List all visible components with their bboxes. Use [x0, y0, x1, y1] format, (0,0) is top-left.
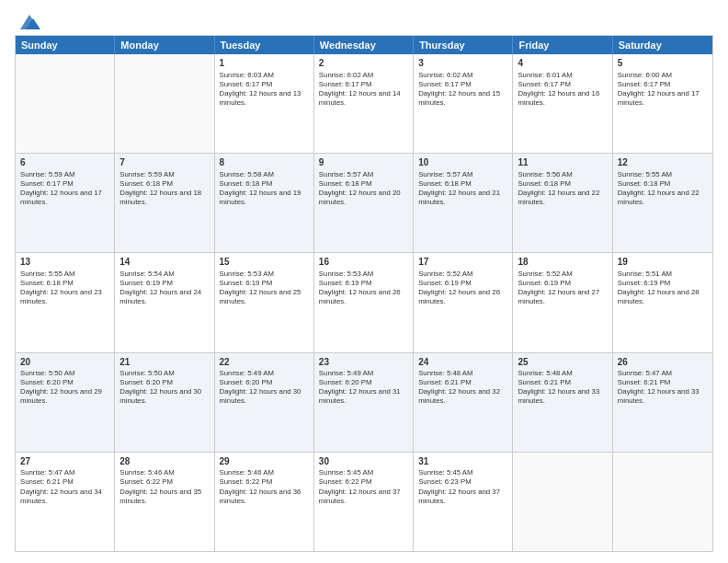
day-info: Sunrise: 6:03 AM Sunset: 6:17 PM Dayligh… — [220, 71, 309, 109]
day-number: 4 — [518, 57, 607, 70]
day-number: 21 — [119, 356, 209, 369]
calendar-cell: 16Sunrise: 5:53 AM Sunset: 6:19 PM Dayli… — [314, 253, 414, 351]
day-number: 20 — [20, 356, 109, 369]
calendar-cell: 11Sunrise: 5:56 AM Sunset: 6:18 PM Dayli… — [513, 154, 612, 252]
calendar-cell: 6Sunrise: 5:59 AM Sunset: 6:17 PM Daylig… — [16, 154, 115, 252]
day-info: Sunrise: 5:53 AM Sunset: 6:19 PM Dayligh… — [220, 270, 309, 307]
day-info: Sunrise: 6:01 AM Sunset: 6:17 PM Dayligh… — [518, 71, 607, 109]
day-info: Sunrise: 5:58 AM Sunset: 6:18 PM Dayligh… — [220, 170, 309, 208]
header-cell-sunday: Sunday — [16, 36, 115, 54]
calendar-cell: 22Sunrise: 5:49 AM Sunset: 6:20 PM Dayli… — [215, 353, 314, 452]
day-info: Sunrise: 5:54 AM Sunset: 6:19 PM Dayligh… — [119, 270, 209, 307]
day-number: 16 — [319, 256, 408, 269]
calendar-cell: 26Sunrise: 5:47 AM Sunset: 6:21 PM Dayli… — [613, 353, 712, 452]
calendar-cell: 21Sunrise: 5:50 AM Sunset: 6:20 PM Dayli… — [115, 353, 214, 452]
day-number: 24 — [418, 356, 507, 369]
day-number: 17 — [418, 256, 507, 269]
day-info: Sunrise: 6:02 AM Sunset: 6:17 PM Dayligh… — [418, 71, 507, 109]
calendar-header: SundayMondayTuesdayWednesdayThursdayFrid… — [16, 36, 712, 54]
logo — [15, 11, 40, 28]
day-number: 27 — [20, 455, 109, 468]
day-number: 26 — [618, 356, 708, 369]
day-info: Sunrise: 5:55 AM Sunset: 6:18 PM Dayligh… — [618, 170, 708, 208]
calendar-cell: 19Sunrise: 5:51 AM Sunset: 6:19 PM Dayli… — [613, 253, 712, 351]
day-number: 2 — [319, 57, 408, 70]
day-info: Sunrise: 5:53 AM Sunset: 6:19 PM Dayligh… — [319, 270, 408, 307]
calendar-cell: 30Sunrise: 5:45 AM Sunset: 6:22 PM Dayli… — [314, 453, 414, 551]
day-info: Sunrise: 5:52 AM Sunset: 6:19 PM Dayligh… — [518, 270, 607, 307]
day-info: Sunrise: 5:49 AM Sunset: 6:20 PM Dayligh… — [220, 369, 309, 407]
calendar-cell: 18Sunrise: 5:52 AM Sunset: 6:19 PM Dayli… — [513, 253, 612, 351]
header-cell-thursday: Thursday — [414, 36, 513, 54]
header-cell-tuesday: Tuesday — [215, 36, 314, 54]
day-number: 25 — [518, 356, 607, 369]
calendar-cell: 3Sunrise: 6:02 AM Sunset: 6:17 PM Daylig… — [414, 54, 513, 153]
day-info: Sunrise: 5:45 AM Sunset: 6:22 PM Dayligh… — [319, 468, 408, 506]
day-info: Sunrise: 5:48 AM Sunset: 6:21 PM Dayligh… — [418, 369, 507, 407]
calendar-cell: 1Sunrise: 6:03 AM Sunset: 6:17 PM Daylig… — [215, 54, 314, 153]
day-number: 9 — [319, 156, 408, 169]
day-number: 14 — [119, 256, 209, 269]
day-info: Sunrise: 5:59 AM Sunset: 6:18 PM Dayligh… — [119, 170, 209, 208]
calendar-cell: 24Sunrise: 5:48 AM Sunset: 6:21 PM Dayli… — [414, 353, 513, 452]
header-cell-friday: Friday — [513, 36, 612, 54]
day-info: Sunrise: 5:50 AM Sunset: 6:20 PM Dayligh… — [20, 369, 109, 407]
calendar-cell: 2Sunrise: 6:02 AM Sunset: 6:17 PM Daylig… — [314, 54, 414, 153]
logo-icon — [17, 11, 40, 31]
header-cell-saturday: Saturday — [613, 36, 712, 54]
day-info: Sunrise: 5:47 AM Sunset: 6:21 PM Dayligh… — [618, 369, 708, 407]
page: SundayMondayTuesdayWednesdayThursdayFrid… — [0, 0, 728, 563]
day-info: Sunrise: 6:02 AM Sunset: 6:17 PM Dayligh… — [319, 71, 408, 109]
day-info: Sunrise: 5:45 AM Sunset: 6:23 PM Dayligh… — [418, 468, 507, 506]
calendar: SundayMondayTuesdayWednesdayThursdayFrid… — [15, 35, 713, 552]
day-info: Sunrise: 5:55 AM Sunset: 6:18 PM Dayligh… — [20, 270, 109, 307]
day-info: Sunrise: 6:00 AM Sunset: 6:17 PM Dayligh… — [618, 71, 708, 109]
day-info: Sunrise: 5:57 AM Sunset: 6:18 PM Dayligh… — [418, 170, 507, 208]
calendar-cell: 10Sunrise: 5:57 AM Sunset: 6:18 PM Dayli… — [414, 154, 513, 252]
calendar-cell: 12Sunrise: 5:55 AM Sunset: 6:18 PM Dayli… — [613, 154, 712, 252]
day-number: 11 — [518, 156, 607, 169]
calendar-cell — [613, 453, 712, 551]
calendar-cell: 7Sunrise: 5:59 AM Sunset: 6:18 PM Daylig… — [115, 154, 214, 252]
calendar-cell: 4Sunrise: 6:01 AM Sunset: 6:17 PM Daylig… — [513, 54, 612, 153]
calendar-cell: 31Sunrise: 5:45 AM Sunset: 6:23 PM Dayli… — [414, 453, 513, 551]
day-info: Sunrise: 5:52 AM Sunset: 6:19 PM Dayligh… — [418, 270, 507, 307]
calendar-cell: 28Sunrise: 5:46 AM Sunset: 6:22 PM Dayli… — [115, 453, 214, 551]
calendar-cell: 25Sunrise: 5:48 AM Sunset: 6:21 PM Dayli… — [513, 353, 612, 452]
calendar-row: 20Sunrise: 5:50 AM Sunset: 6:20 PM Dayli… — [16, 352, 712, 452]
calendar-cell — [513, 453, 612, 551]
calendar-cell: 20Sunrise: 5:50 AM Sunset: 6:20 PM Dayli… — [16, 353, 115, 452]
calendar-cell: 13Sunrise: 5:55 AM Sunset: 6:18 PM Dayli… — [16, 253, 115, 351]
day-number: 8 — [220, 156, 309, 169]
day-info: Sunrise: 5:50 AM Sunset: 6:20 PM Dayligh… — [119, 369, 209, 407]
day-number: 13 — [20, 256, 109, 269]
day-info: Sunrise: 5:51 AM Sunset: 6:19 PM Dayligh… — [618, 270, 708, 307]
day-number: 28 — [119, 455, 209, 468]
calendar-row: 1Sunrise: 6:03 AM Sunset: 6:17 PM Daylig… — [16, 54, 712, 153]
calendar-cell: 29Sunrise: 5:46 AM Sunset: 6:22 PM Dayli… — [215, 453, 314, 551]
calendar-cell — [115, 54, 214, 153]
header-cell-monday: Monday — [115, 36, 214, 54]
calendar-cell — [16, 54, 115, 153]
header-cell-wednesday: Wednesday — [314, 36, 414, 54]
calendar-cell: 15Sunrise: 5:53 AM Sunset: 6:19 PM Dayli… — [215, 253, 314, 351]
calendar-cell: 8Sunrise: 5:58 AM Sunset: 6:18 PM Daylig… — [215, 154, 314, 252]
day-number: 12 — [618, 156, 708, 169]
calendar-cell: 14Sunrise: 5:54 AM Sunset: 6:19 PM Dayli… — [115, 253, 214, 351]
day-number: 22 — [220, 356, 309, 369]
calendar-cell: 5Sunrise: 6:00 AM Sunset: 6:17 PM Daylig… — [613, 54, 712, 153]
calendar-cell: 17Sunrise: 5:52 AM Sunset: 6:19 PM Dayli… — [414, 253, 513, 351]
calendar-row: 13Sunrise: 5:55 AM Sunset: 6:18 PM Dayli… — [16, 252, 712, 351]
day-number: 5 — [618, 57, 708, 70]
day-info: Sunrise: 5:46 AM Sunset: 6:22 PM Dayligh… — [220, 468, 309, 506]
calendar-cell: 9Sunrise: 5:57 AM Sunset: 6:18 PM Daylig… — [314, 154, 414, 252]
day-number: 15 — [220, 256, 309, 269]
day-number: 1 — [220, 57, 309, 70]
day-info: Sunrise: 5:59 AM Sunset: 6:17 PM Dayligh… — [20, 170, 109, 208]
day-info: Sunrise: 5:48 AM Sunset: 6:21 PM Dayligh… — [518, 369, 607, 407]
calendar-cell: 23Sunrise: 5:49 AM Sunset: 6:20 PM Dayli… — [314, 353, 414, 452]
day-number: 30 — [319, 455, 408, 468]
calendar-row: 27Sunrise: 5:47 AM Sunset: 6:21 PM Dayli… — [16, 452, 712, 551]
day-number: 3 — [418, 57, 507, 70]
calendar-row: 6Sunrise: 5:59 AM Sunset: 6:17 PM Daylig… — [16, 153, 712, 252]
